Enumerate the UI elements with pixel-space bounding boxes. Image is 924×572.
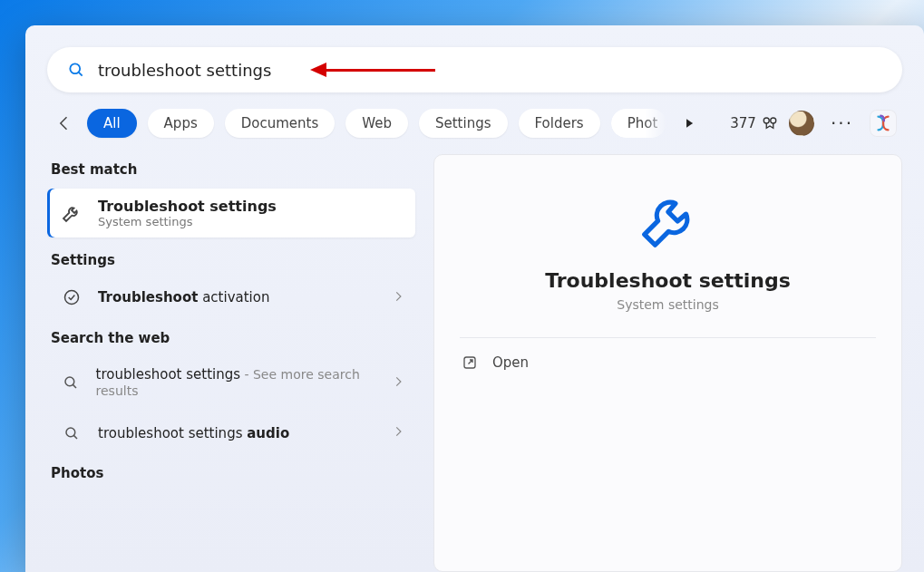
result-label: troubleshoot settings audio (98, 425, 289, 441)
results-list: Best match Troubleshoot settings System … (47, 154, 419, 572)
tab-documents[interactable]: Documents (225, 109, 336, 138)
preview-title: Troubleshoot settings (545, 269, 791, 292)
copilot-icon (873, 113, 893, 133)
search-input[interactable] (98, 61, 882, 80)
result-troubleshoot-activation[interactable]: Troubleshoot activation (47, 279, 415, 315)
preview-panel: Troubleshoot settings System settings Op… (433, 154, 902, 572)
points-value: 377 (730, 115, 756, 131)
settings-header: Settings (47, 245, 415, 272)
rewards-icon (762, 115, 778, 131)
svg-point-3 (771, 118, 776, 123)
results-area: Best match Troubleshoot settings System … (47, 154, 902, 572)
svg-line-6 (73, 384, 76, 388)
back-button[interactable] (53, 111, 76, 135)
tab-folders[interactable]: Folders (519, 109, 600, 138)
chevron-right-icon (392, 374, 404, 392)
open-icon (462, 354, 478, 371)
open-action[interactable]: Open (460, 338, 876, 387)
best-match-header: Best match (47, 154, 415, 181)
check-circle-icon (60, 288, 83, 306)
result-subtitle: System settings (98, 215, 277, 228)
svg-point-2 (764, 118, 769, 123)
svg-point-5 (65, 377, 74, 386)
wrench-icon (637, 189, 700, 253)
copilot-button[interactable] (870, 110, 897, 137)
svg-point-7 (66, 428, 75, 437)
search-icon (60, 374, 82, 391)
tabs-scroll-right[interactable] (677, 111, 701, 135)
chevron-right-icon (392, 424, 404, 441)
tab-photos[interactable]: Phot (611, 109, 667, 138)
result-label: Troubleshoot activation (98, 289, 269, 305)
search-window: All Apps Documents Web Settings Folders … (25, 25, 924, 572)
svg-line-1 (79, 73, 83, 76)
svg-line-8 (73, 435, 77, 439)
wrench-icon (60, 202, 83, 224)
user-avatar[interactable] (789, 111, 814, 136)
search-web-header: Search the web (47, 323, 415, 350)
photos-header: Photos (47, 458, 415, 485)
filter-tab-row: All Apps Documents Web Settings Folders … (47, 109, 902, 138)
tab-web[interactable]: Web (345, 109, 408, 138)
result-label: troubleshoot settings - See more search … (96, 366, 377, 399)
chevron-right-icon (392, 289, 404, 306)
search-icon (67, 61, 85, 79)
rewards-points[interactable]: 377 (730, 115, 778, 131)
tab-apps[interactable]: Apps (148, 109, 214, 138)
tab-settings[interactable]: Settings (419, 109, 508, 138)
svg-point-0 (70, 63, 80, 73)
preview-subtitle: System settings (617, 297, 719, 312)
svg-point-4 (65, 291, 79, 305)
more-options[interactable]: ··· (825, 112, 859, 134)
search-icon (60, 425, 83, 441)
result-best-match[interactable]: Troubleshoot settings System settings (47, 189, 415, 238)
open-label: Open (492, 354, 529, 371)
result-web-2[interactable]: troubleshoot settings audio (47, 415, 415, 451)
result-title: Troubleshoot settings (98, 198, 277, 215)
tab-all[interactable]: All (87, 109, 137, 138)
result-web-1[interactable]: troubleshoot settings - See more search … (47, 357, 415, 408)
search-bar[interactable] (47, 47, 902, 92)
